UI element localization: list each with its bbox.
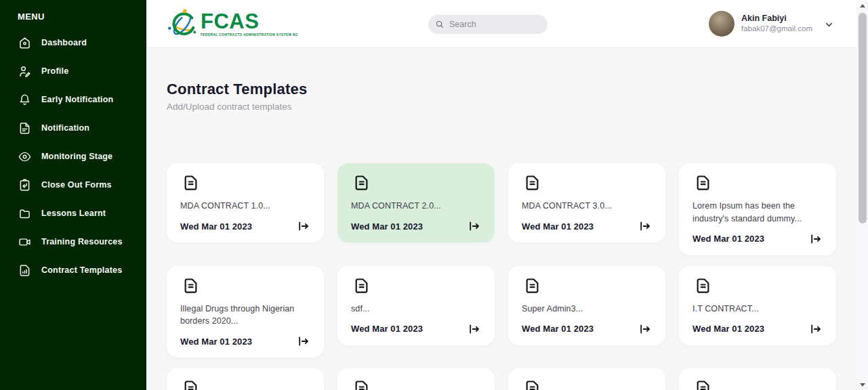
logo-tagline: FEDERAL CONTRACTS ADMINISTRATION SYSTEM … xyxy=(201,32,298,37)
card-date: Wed Mar 01 2023 xyxy=(693,234,764,244)
document-icon xyxy=(182,379,200,390)
scrollbar-thumb[interactable] xyxy=(859,13,867,223)
scrollbar-down-button[interactable] xyxy=(856,379,868,390)
sidebar-item-label: Close Out Forms xyxy=(41,180,112,190)
open-arrow-icon[interactable] xyxy=(638,322,652,336)
sidebar-item-label: Early Notification xyxy=(41,95,113,104)
fcas-logo-icon xyxy=(167,8,198,39)
sidebar-item-label: Dashboard xyxy=(41,38,87,47)
template-card[interactable]: MDA CONTRACT 1.0... Wed Mar 01 2023 xyxy=(167,163,324,242)
search-box[interactable] xyxy=(428,15,547,34)
document-icon xyxy=(353,277,371,295)
sidebar-item-label: Contract Templates xyxy=(41,265,122,275)
logo-text: FCAS xyxy=(201,11,298,32)
template-card[interactable]: MDA CONTRACT 2.0... Wed Mar 01 2023 xyxy=(337,163,495,242)
app-root: MENU Dashboard Profile Early Notificatio… xyxy=(0,0,868,390)
open-arrow-icon[interactable] xyxy=(468,322,481,336)
sidebar-item-training-resources[interactable]: Training Resources xyxy=(18,234,140,249)
clipboard-return-icon xyxy=(18,178,32,192)
template-card[interactable]: Illegal Drugs through Nigerian borders 2… xyxy=(167,266,324,358)
template-card[interactable]: sdf... Wed Mar 01 2023 xyxy=(337,266,495,345)
card-footer: Wed Mar 01 2023 xyxy=(693,232,823,246)
template-card[interactable]: I.T CONTRACT... Wed Mar 01 2023 xyxy=(679,266,836,345)
file-note-icon xyxy=(18,121,32,135)
sidebar-item-dashboard[interactable]: Dashboard xyxy=(18,35,140,50)
user-name: Akin Fabiyi xyxy=(741,14,812,24)
cards-grid: MDA CONTRACT 1.0... Wed Mar 01 2023 MDA … xyxy=(167,163,836,390)
template-card[interactable]: MDA CONTRACT 3.0... Wed Mar 01 2023 xyxy=(508,163,665,242)
main-column: FCAS FEDERAL CONTRACTS ADMINISTRATION SY… xyxy=(146,0,856,390)
card-footer: Wed Mar 01 2023 xyxy=(351,219,481,233)
sidebar-item-monitoring-stage[interactable]: Monitoring Stage xyxy=(18,149,140,164)
open-arrow-icon[interactable] xyxy=(297,334,310,348)
card-date: Wed Mar 01 2023 xyxy=(522,221,594,232)
template-card[interactable]: Lorem Ipsum has been the industry's stan… xyxy=(679,163,836,255)
user-menu[interactable]: Akin Fabiyi fabak07@gmail.com xyxy=(709,11,833,37)
scroll-down-arrow-icon xyxy=(860,383,865,387)
search-icon xyxy=(435,20,445,29)
scrollbar[interactable] xyxy=(856,0,868,390)
card-title: sdf... xyxy=(351,303,481,316)
file-chart-icon xyxy=(18,263,32,278)
user-edit-icon xyxy=(18,64,32,79)
card-footer: Wed Mar 01 2023 xyxy=(180,334,310,348)
card-title: Illegal Drugs through Nigerian borders 2… xyxy=(180,303,310,328)
document-icon xyxy=(353,379,371,390)
document-icon xyxy=(695,379,712,390)
sidebar-item-notification[interactable]: Notification xyxy=(18,121,140,135)
card-title: Super Admin3... xyxy=(522,303,652,316)
card-date: Wed Mar 01 2023 xyxy=(351,221,423,232)
card-title: MDA CONTRACT 3.0... xyxy=(522,200,652,213)
card-date: Wed Mar 01 2023 xyxy=(522,324,594,334)
sidebar-item-early-notification[interactable]: Early Notification xyxy=(18,92,140,107)
card-date: Wed Mar 01 2023 xyxy=(180,221,252,232)
eye-icon xyxy=(18,150,32,164)
sidebar-item-label: Notification xyxy=(41,123,89,133)
sidebar-item-contract-templates[interactable]: Contract Templates xyxy=(18,263,140,278)
card-date: Wed Mar 01 2023 xyxy=(693,324,764,334)
sidebar-item-label: Profile xyxy=(41,66,68,76)
open-arrow-icon[interactable] xyxy=(297,219,310,233)
video-camera-icon xyxy=(18,235,32,249)
fcas-logo[interactable]: FCAS FEDERAL CONTRACTS ADMINISTRATION SY… xyxy=(167,8,298,39)
template-card[interactable] xyxy=(679,368,836,390)
card-title: MDA CONTRACT 2.0... xyxy=(351,200,481,213)
home-icon xyxy=(18,36,32,50)
folder-icon xyxy=(18,207,32,221)
chevron-down-icon[interactable] xyxy=(825,20,833,28)
bell-icon xyxy=(18,93,32,107)
template-card[interactable] xyxy=(337,368,495,390)
open-arrow-icon[interactable] xyxy=(468,219,481,233)
template-card[interactable] xyxy=(508,368,665,390)
card-title: MDA CONTRACT 1.0... xyxy=(180,200,310,213)
document-icon xyxy=(182,174,200,192)
scrollbar-up-button[interactable] xyxy=(856,0,868,11)
sidebar-item-label: Training Resources xyxy=(41,237,123,246)
topbar: FCAS FEDERAL CONTRACTS ADMINISTRATION SY… xyxy=(146,0,856,48)
page-title: Contract Templates xyxy=(167,81,836,98)
sidebar-item-profile[interactable]: Profile xyxy=(18,64,140,79)
document-icon xyxy=(182,277,200,295)
template-card[interactable] xyxy=(167,368,324,390)
document-icon xyxy=(353,174,371,192)
sidebar-item-label: Monitoring Stage xyxy=(41,152,112,161)
content: Contract Templates Add/Upload contract t… xyxy=(146,48,856,390)
sidebar-item-close-out-forms[interactable]: Close Out Forms xyxy=(18,177,140,192)
page-subtitle: Add/Upload contract templates xyxy=(167,102,836,112)
document-icon xyxy=(524,379,541,390)
template-card[interactable]: Super Admin3... Wed Mar 01 2023 xyxy=(508,266,665,345)
sidebar-item-lessons-learnt[interactable]: Lessons Learnt xyxy=(18,206,140,221)
card-title: Lorem Ipsum has been the industry's stan… xyxy=(693,200,823,225)
document-icon xyxy=(524,277,541,295)
open-arrow-icon[interactable] xyxy=(809,232,823,246)
card-footer: Wed Mar 01 2023 xyxy=(522,322,652,336)
scroll-up-arrow-icon xyxy=(860,4,865,7)
document-icon xyxy=(695,174,712,192)
user-email: fabak07@gmail.com xyxy=(741,24,812,34)
open-arrow-icon[interactable] xyxy=(638,219,652,233)
card-footer: Wed Mar 01 2023 xyxy=(693,322,823,336)
menu-label: MENU xyxy=(18,12,140,22)
open-arrow-icon[interactable] xyxy=(809,322,823,336)
search-input[interactable] xyxy=(449,20,537,29)
sidebar-item-label: Lessons Learnt xyxy=(41,209,106,218)
